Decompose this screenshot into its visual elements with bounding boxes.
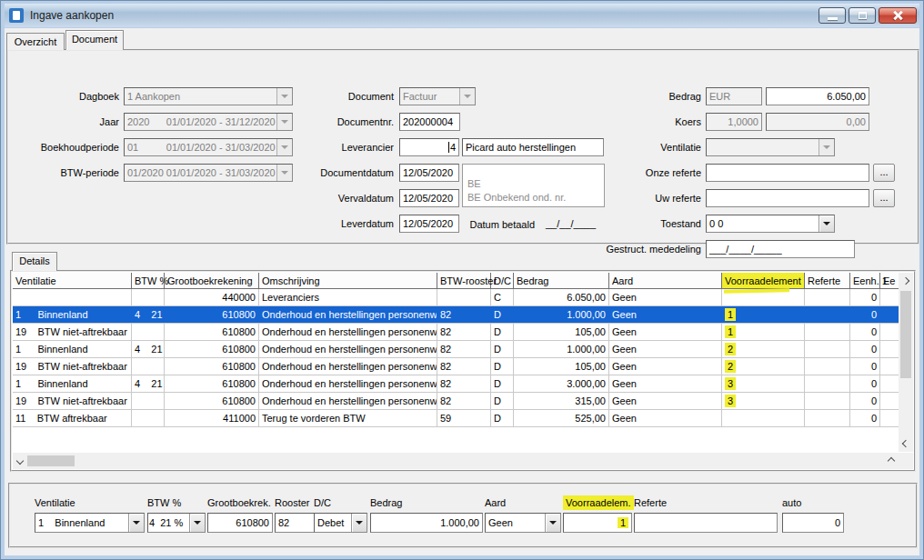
table-cell-referte[interactable] (805, 306, 850, 323)
table-cell-rekening[interactable]: 610800 (165, 375, 259, 392)
table-cell-eenh1[interactable]: 0 (850, 393, 880, 409)
grid-column-header[interactable]: BTW-rooster (437, 273, 491, 288)
scroll-left-icon[interactable] (16, 457, 24, 465)
table-cell-ee[interactable] (880, 306, 899, 323)
horizontal-scroll-thumb[interactable] (27, 455, 75, 466)
table-cell-referte[interactable] (805, 410, 850, 426)
dagboek-combobox[interactable]: 1 Aankopen (124, 87, 293, 105)
table-cell-rekening[interactable]: 610800 (165, 341, 259, 357)
detail-rooster-input[interactable]: 82 (275, 513, 316, 533)
tab-overzicht[interactable]: Overzicht (6, 33, 65, 50)
vertical-scrollbar[interactable] (899, 273, 913, 452)
table-cell-referte[interactable] (805, 341, 850, 357)
chevron-down-icon[interactable] (128, 514, 144, 532)
grid-column-header[interactable]: Ee (880, 273, 899, 288)
table-cell-ventilatie[interactable]: 19 BTW niet-aftrekbaar (13, 324, 132, 340)
table-cell-bedrag[interactable]: 1.000,00 (514, 341, 609, 357)
table-cell-referte[interactable] (805, 393, 850, 409)
table-cell-bedrag[interactable]: 3.000,00 (514, 375, 609, 392)
table-cell-rooster[interactable] (437, 289, 491, 305)
table-cell-dc[interactable]: D (491, 375, 514, 392)
bedrag-input[interactable]: 6.050,00 (766, 87, 869, 105)
table-cell-omschrijving[interactable]: Leveranciers (259, 289, 437, 305)
table-cell-rooster[interactable]: 82 (437, 324, 491, 340)
detail-bedrag-input[interactable]: 1.000,00 (370, 513, 483, 533)
table-cell-omschrijving[interactable]: Terug te vorderen BTW (259, 410, 437, 426)
table-cell-eenh1[interactable]: 0 (850, 358, 880, 375)
table-cell-ee[interactable] (880, 289, 899, 305)
table-cell-rekening[interactable]: 610800 (165, 306, 259, 323)
table-cell-eenh1[interactable]: 0 (850, 375, 880, 392)
table-row[interactable]: 19 BTW niet-aftrekbaar610800Onderhoud en… (13, 358, 899, 375)
table-cell-ventilatie[interactable]: 1 Binnenland (13, 306, 132, 323)
table-row[interactable]: 1 Binnenland4 21 %610800Onderhoud en her… (13, 341, 899, 358)
grid-column-header[interactable]: BTW % (132, 273, 165, 288)
ventilatie-combobox[interactable] (706, 138, 835, 156)
table-cell-dc[interactable]: D (491, 393, 514, 409)
table-row[interactable]: 1 Binnenland4 21 %610800Onderhoud en her… (13, 306, 899, 324)
table-cell-aard[interactable]: Geen (609, 341, 722, 357)
table-cell-voorraad[interactable]: 2 (722, 358, 805, 375)
document-combobox[interactable]: Factuur (399, 87, 476, 105)
table-cell-omschrijving[interactable]: Onderhoud en herstellingen personenwa (259, 358, 437, 375)
table-cell-bedrag[interactable]: 1.000,00 (514, 306, 609, 323)
uw-referte-browse-button[interactable]: ... (873, 189, 895, 207)
jaar-combobox[interactable]: 2020 01/01/2020 - 31/12/2020 (124, 113, 293, 131)
table-cell-ventilatie[interactable]: 19 BTW niet-aftrekbaar (13, 358, 132, 375)
leverancier-code-input[interactable]: 4 (399, 138, 459, 156)
table-cell-btw[interactable]: 4 21 % (132, 341, 165, 357)
chevron-down-icon[interactable] (459, 88, 475, 105)
table-cell-dc[interactable]: D (491, 410, 514, 426)
tab-details[interactable]: Details (12, 252, 57, 271)
table-cell-omschrijving[interactable]: Onderhoud en herstellingen personenwa (259, 341, 437, 357)
table-cell-bedrag[interactable]: 315,00 (514, 393, 609, 409)
table-cell-ventilatie[interactable]: 1 Binnenland (13, 341, 132, 357)
table-cell-ee[interactable] (880, 324, 899, 340)
table-cell-btw[interactable] (132, 358, 165, 375)
vertical-scroll-thumb[interactable] (900, 291, 911, 378)
chevron-down-icon[interactable] (819, 139, 834, 155)
table-cell-ventilatie[interactable]: 11 BTW aftrekbaar (13, 410, 132, 426)
detail-auto-input[interactable]: 0 (782, 513, 844, 533)
table-cell-voorraad[interactable]: 1 (722, 324, 805, 340)
table-cell-omschrijving[interactable]: Onderhoud en herstellingen personenwa (259, 393, 437, 409)
documentnr-input[interactable]: 202000004 (399, 113, 460, 131)
scroll-down-icon[interactable] (902, 440, 909, 447)
table-cell-ventilatie[interactable]: 1 Binnenland (13, 375, 132, 392)
restore-button[interactable] (849, 7, 876, 24)
table-cell-voorraad[interactable]: 3 (722, 375, 805, 392)
table-cell-omschrijving[interactable]: Onderhoud en herstellingen personenwa (259, 324, 437, 340)
table-cell-rooster[interactable]: 82 (437, 375, 491, 392)
onze-referte-input[interactable] (706, 164, 869, 182)
table-cell-rooster[interactable]: 82 (437, 358, 491, 375)
table-cell-aard[interactable]: Geen (609, 410, 722, 426)
chevron-down-icon[interactable] (819, 215, 834, 232)
table-cell-voorraad[interactable] (722, 410, 805, 426)
chevron-down-icon[interactable] (545, 514, 560, 532)
table-cell-omschrijving[interactable]: Onderhoud en herstellingen personenwa (259, 306, 437, 323)
table-cell-voorraad[interactable]: 3 (722, 393, 805, 409)
grid-column-header[interactable]: Ventilatie (13, 273, 132, 288)
table-row[interactable]: 11 BTW aftrekbaar411000Terug te vorderen… (13, 410, 899, 427)
detail-grootboekrek-input[interactable]: 610800 (207, 513, 273, 533)
detail-aard-combobox[interactable]: Geen (485, 513, 561, 533)
table-cell-btw[interactable] (132, 324, 165, 340)
btw-periode-combobox[interactable]: 01/2020 01/01/2020 - 31/03/2020 (124, 164, 293, 182)
table-cell-referte[interactable] (805, 375, 850, 392)
table-cell-btw[interactable] (132, 410, 165, 426)
chevron-down-icon[interactable] (351, 514, 367, 532)
table-cell-btw[interactable] (132, 289, 165, 305)
table-cell-rekening[interactable]: 440000 (165, 289, 259, 305)
table-cell-btw[interactable] (132, 393, 165, 409)
grid-column-header[interactable]: Grootboekrekening (165, 273, 259, 288)
documentdatum-input[interactable]: 12/05/2020 (399, 164, 459, 182)
table-cell-aard[interactable]: Geen (609, 358, 722, 375)
uw-referte-input[interactable] (706, 189, 869, 207)
table-cell-bedrag[interactable]: 6.050,00 (514, 289, 609, 305)
horizontal-scrollbar[interactable] (13, 453, 899, 469)
boekhoudperiode-combobox[interactable]: 01 01/01/2020 - 31/03/2020 (124, 138, 293, 156)
table-cell-dc[interactable]: D (491, 306, 514, 323)
table-cell-dc[interactable]: D (491, 341, 514, 357)
table-row[interactable]: 19 BTW niet-aftrekbaar610800Onderhoud en… (13, 324, 899, 341)
table-cell-voorraad[interactable]: 1 (722, 306, 805, 323)
